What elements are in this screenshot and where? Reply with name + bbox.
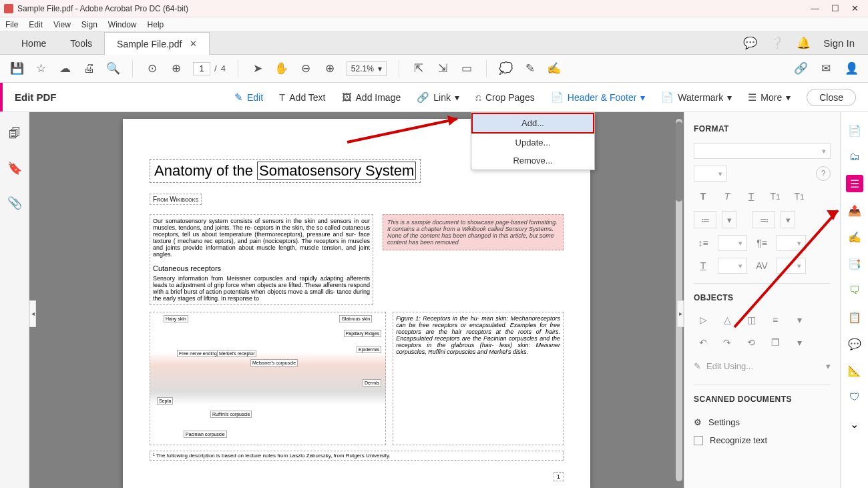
- doc-footnote[interactable]: ¹ The following description is based on …: [150, 451, 564, 461]
- underline-button[interactable]: T: [742, 188, 761, 204]
- dropdown-update[interactable]: Update...: [471, 134, 594, 152]
- bullet-list-style-dropdown[interactable]: ▾: [722, 211, 736, 228]
- font-family-dropdown[interactable]: ▾: [694, 143, 831, 159]
- dropdown-add[interactable]: Add...: [471, 113, 594, 134]
- menu-window[interactable]: Window: [108, 20, 137, 29]
- superscript-button[interactable]: T1: [766, 188, 785, 204]
- zoom-out-icon[interactable]: ⊖: [298, 61, 313, 76]
- thumbnails-icon[interactable]: 🗐: [9, 127, 21, 141]
- char-spacing-dropdown[interactable]: ▾: [777, 258, 806, 274]
- settings-row[interactable]: ⚙ Settings: [694, 413, 831, 431]
- bold-button[interactable]: T: [694, 188, 712, 204]
- send-comments-icon[interactable]: 🗨: [846, 282, 863, 299]
- arrange-dropdown-icon[interactable]: ▾: [790, 334, 809, 350]
- maximize-button[interactable]: ☐: [831, 3, 839, 13]
- sign-icon[interactable]: ✍: [547, 61, 562, 76]
- line-spacing-dropdown[interactable]: ▾: [718, 235, 747, 251]
- dropdown-remove[interactable]: Remove...: [471, 152, 594, 170]
- doc-subtitle[interactable]: From Wikibooks: [150, 194, 202, 205]
- help-circle-icon[interactable]: ?: [816, 166, 831, 181]
- numbered-list-style-dropdown[interactable]: ▾: [781, 211, 795, 228]
- menu-sign[interactable]: Sign: [81, 20, 97, 29]
- menu-edit[interactable]: Edit: [29, 20, 43, 29]
- crop-object-button[interactable]: ◫: [742, 312, 761, 328]
- star-icon[interactable]: ☆: [33, 61, 48, 76]
- right-collapse-handle[interactable]: ▸: [677, 300, 684, 327]
- fill-sign-icon[interactable]: ✍: [846, 228, 863, 246]
- numbered-list-button[interactable]: ≕: [752, 211, 775, 228]
- edit-tool[interactable]: ✎Edit: [226, 83, 271, 112]
- watermark-tool[interactable]: 📄Watermark ▾: [653, 83, 740, 112]
- left-collapse-handle[interactable]: ◂: [29, 300, 36, 327]
- notification-message-icon[interactable]: 💬: [743, 37, 756, 50]
- rotate-right-button[interactable]: ↷: [718, 334, 736, 350]
- tab-home[interactable]: Home: [9, 32, 58, 55]
- tab-tools[interactable]: Tools: [58, 32, 104, 55]
- doc-callout-box[interactable]: This is a sample document to showcase pa…: [383, 214, 564, 250]
- align-dropdown-icon[interactable]: ▾: [790, 312, 809, 328]
- bookmark-icon[interactable]: 🔖: [7, 161, 22, 176]
- combine-files-icon[interactable]: 🗂: [846, 148, 863, 166]
- bullet-list-button[interactable]: ≔: [694, 211, 716, 228]
- text-color-dropdown[interactable]: ▾: [718, 258, 747, 274]
- subscript-button[interactable]: T1: [790, 188, 809, 204]
- scrollbar-thumb[interactable]: [676, 121, 682, 202]
- email-icon[interactable]: ✉: [819, 61, 833, 76]
- tab-document[interactable]: Sample File.pdf ✕: [104, 32, 210, 55]
- doc-title[interactable]: Anatomy of the Somatosensory System: [150, 159, 421, 183]
- paragraph-spacing-dropdown[interactable]: ▾: [777, 235, 806, 251]
- minimize-button[interactable]: —: [811, 3, 819, 13]
- rotate-left-button[interactable]: ↶: [694, 334, 712, 350]
- protect-icon[interactable]: 🛡: [846, 389, 863, 406]
- doc-figure-caption[interactable]: Figure 1: Receptors in the hu- man skin:…: [393, 312, 564, 445]
- char-spacing-button[interactable]: AV: [752, 258, 771, 274]
- create-pdf-icon[interactable]: 📄: [846, 121, 863, 139]
- share-link-icon[interactable]: 🔗: [793, 61, 808, 76]
- zoom-level[interactable]: 52.1% ▾: [347, 61, 387, 76]
- replace-image-button[interactable]: ⟲: [742, 334, 761, 350]
- edit-pdf-tool-icon[interactable]: ☰: [846, 175, 863, 192]
- arrange-button[interactable]: ❐: [766, 334, 785, 350]
- menu-view[interactable]: View: [53, 20, 71, 29]
- align-button[interactable]: ≡: [766, 312, 785, 328]
- flip-vertical-button[interactable]: △: [718, 312, 736, 328]
- page-up-icon[interactable]: ⊙: [145, 61, 160, 76]
- italic-button[interactable]: T: [718, 188, 736, 204]
- close-edit-button[interactable]: Close: [807, 89, 856, 106]
- read-mode-icon[interactable]: ▭: [459, 61, 474, 76]
- more-tool[interactable]: ☰More ▾: [740, 83, 799, 112]
- menu-help[interactable]: Help: [148, 20, 164, 29]
- fit-page-icon[interactable]: ⇲: [435, 61, 450, 76]
- search-icon[interactable]: 🔍: [105, 61, 120, 76]
- attachments-icon[interactable]: 📎: [7, 196, 22, 210]
- crop-pages-tool[interactable]: ⎌Crop Pages: [467, 83, 543, 112]
- save-icon[interactable]: 💾: [9, 61, 24, 76]
- line-spacing-button[interactable]: ↕≡: [694, 235, 712, 251]
- text-color-button[interactable]: T: [694, 258, 712, 274]
- link-tool[interactable]: 🔗Link ▾: [409, 83, 467, 112]
- selection-arrow-icon[interactable]: ➤: [250, 61, 265, 76]
- sign-in-button[interactable]: Sign In: [823, 37, 855, 49]
- help-icon[interactable]: ❔: [770, 37, 783, 50]
- print-icon[interactable]: 🖨: [81, 61, 96, 76]
- close-tab-icon[interactable]: ✕: [190, 39, 197, 49]
- export-pdf-icon[interactable]: 📤: [846, 202, 863, 219]
- bell-icon[interactable]: 🔔: [797, 37, 810, 50]
- comment-icon[interactable]: 💭: [499, 61, 513, 76]
- page-current-input[interactable]: [193, 62, 210, 75]
- recognize-text-row[interactable]: Recognize text: [694, 431, 831, 449]
- checkbox-icon[interactable]: [694, 436, 703, 445]
- page-down-icon[interactable]: ⊕: [169, 61, 184, 76]
- comment-tool-icon[interactable]: 📋: [846, 308, 863, 326]
- cloud-upload-icon[interactable]: ☁: [57, 61, 72, 76]
- menu-file[interactable]: File: [5, 20, 18, 29]
- paragraph-spacing-button[interactable]: ¶≡: [752, 235, 771, 251]
- measure-icon[interactable]: 📐: [846, 362, 863, 379]
- add-text-tool[interactable]: TAdd Text: [271, 83, 333, 112]
- stamp-icon[interactable]: 💬: [846, 335, 863, 352]
- highlight-icon[interactable]: ✎: [523, 61, 537, 76]
- header-footer-tool[interactable]: 📄Header & Footer ▾: [543, 83, 654, 112]
- doc-figure[interactable]: Hairy skin Glabrous skin Papillary Ridge…: [150, 312, 386, 445]
- zoom-in-icon[interactable]: ⊕: [322, 61, 337, 76]
- more-tools-chevron-icon[interactable]: ⌄: [846, 415, 863, 433]
